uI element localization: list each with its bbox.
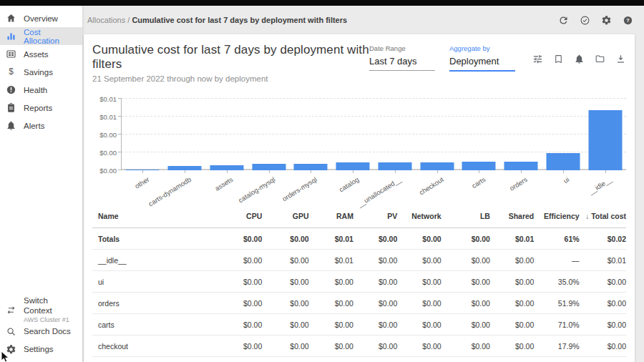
- sidebar: OverviewCost AllocationAssets$SavingsHea…: [0, 6, 82, 362]
- chart-slot-orders: orders: [500, 99, 542, 170]
- aggregate-by-label: Aggregate by: [449, 44, 515, 52]
- table-cell: $0.00: [353, 357, 397, 362]
- bar-unallocated[interactable]: [378, 162, 411, 170]
- aggregate-by-value[interactable]: Deployment: [449, 54, 515, 72]
- table-cell: $0.01: [490, 228, 534, 250]
- sidebar-item-reports[interactable]: Reports: [0, 99, 82, 117]
- table-cell: 61%: [534, 228, 579, 250]
- table-cell: $0.00: [262, 271, 308, 293]
- sidebar-item-assets[interactable]: Assets: [0, 45, 82, 63]
- sidebar-item-switch-context[interactable]: Switch ContextAWS Cluster #1: [0, 297, 82, 323]
- bell-icon[interactable]: [574, 54, 585, 64]
- column-header-ram[interactable]: RAM: [309, 205, 353, 228]
- column-header-gpu[interactable]: GPU: [262, 205, 308, 228]
- table-row-idle[interactable]: __idle__$0.00$0.00$0.01$0.00$0.00$0.00$0…: [92, 250, 626, 271]
- y-axis-label: $0.00: [92, 149, 117, 157]
- table-row-carts[interactable]: carts$0.00$0.00$0.00$0.00$0.00$0.00$0.00…: [92, 314, 626, 336]
- x-axis-tick: [142, 170, 143, 173]
- sidebar-item-search-docs[interactable]: Search Docs: [0, 323, 82, 341]
- column-header-total-cost[interactable]: ↓Total cost: [580, 205, 626, 228]
- x-axis-label: other: [133, 175, 150, 190]
- check-circle-icon[interactable]: [580, 15, 590, 26]
- help-icon[interactable]: ?: [623, 15, 633, 26]
- table-cell: $0.00: [580, 293, 626, 314]
- folder-icon[interactable]: [595, 54, 605, 64]
- x-axis-tick: [437, 170, 438, 173]
- health-icon: [6, 84, 16, 95]
- table-row-orders[interactable]: orders$0.00$0.00$0.00$0.00$0.00$0.00$0.0…: [92, 293, 626, 314]
- table-row-checkout[interactable]: checkout$0.00$0.00$0.00$0.00$0.00$0.00$0…: [92, 336, 626, 357]
- tune-icon[interactable]: [532, 54, 543, 64]
- y-axis-label: $0.00: [92, 167, 117, 175]
- dollar-icon: $: [6, 67, 16, 77]
- table-cell: $0.00: [262, 228, 308, 250]
- sidebar-item-overview[interactable]: Overview: [0, 9, 82, 27]
- table-row-totals[interactable]: Totals$0.00$0.00$0.01$0.00$0.00$0.00$0.0…: [92, 228, 626, 250]
- table-cell: $0.00: [441, 336, 490, 357]
- bookmark-icon[interactable]: [553, 54, 564, 64]
- date-range-field[interactable]: Date Range Last 7 days: [369, 44, 435, 71]
- column-header-network[interactable]: Network: [397, 205, 441, 228]
- table-cell: $0.00: [353, 314, 397, 336]
- breadcrumb-section[interactable]: Allocations: [87, 16, 125, 24]
- bar-ui[interactable]: [546, 153, 580, 170]
- x-axis-label: orders-mysql: [281, 175, 318, 202]
- x-axis-tick: [479, 170, 479, 173]
- table-cell: $0.00: [262, 250, 308, 271]
- chart-plot: othercarts-dynamodbassetscatalog-mysqlor…: [121, 99, 626, 170]
- bar-catalog-mysql[interactable]: [252, 164, 286, 170]
- x-axis-label: orders: [508, 175, 529, 192]
- table-cell: $0.00: [353, 293, 397, 314]
- table-cell: $0.00: [397, 293, 441, 314]
- bar-orders[interactable]: [504, 162, 538, 171]
- table-row-unallocated[interactable]: __unallocated__$0.00$0.00$0.00$0.00$0.00…: [92, 357, 626, 362]
- table-cell: $0.00: [490, 250, 534, 271]
- aggregate-by-field[interactable]: Aggregate by Deployment: [449, 44, 515, 72]
- column-header-cpu[interactable]: CPU: [215, 205, 262, 228]
- sidebar-item-text: Settings: [24, 344, 54, 354]
- column-header-efficiency[interactable]: Efficiency: [534, 205, 579, 228]
- sidebar-item-label: Overview: [24, 14, 58, 23]
- chart-slot-other: other: [122, 99, 164, 170]
- date-range-value[interactable]: Last 7 days: [369, 54, 435, 71]
- table-cell: $0.00: [262, 293, 308, 314]
- sidebar-item-health[interactable]: Health: [0, 81, 82, 99]
- breadcrumb-page: Cumulative cost for last 7 days by deplo…: [132, 16, 347, 24]
- sidebar-item-savings[interactable]: $Savings: [0, 63, 82, 81]
- control-icons: [532, 54, 626, 64]
- download-icon[interactable]: [615, 54, 626, 64]
- sidebar-item-alerts[interactable]: Alerts: [0, 117, 82, 134]
- bar-catalog[interactable]: [336, 162, 370, 170]
- table-cell: $0.00: [441, 228, 490, 250]
- bar-orders-mysql[interactable]: [294, 164, 328, 170]
- bar-checkout[interactable]: [420, 162, 454, 170]
- gear-icon[interactable]: [601, 15, 612, 26]
- table-row-ui[interactable]: ui$0.00$0.00$0.00$0.00$0.00$0.00$0.0035.…: [92, 271, 626, 293]
- table-cell: $0.00: [490, 357, 534, 362]
- bar-assets[interactable]: [210, 165, 243, 171]
- chart-slot-ui: ui: [542, 99, 585, 170]
- sidebar-item-cost-allocation[interactable]: Cost Allocation: [0, 27, 82, 45]
- sidebar-item-label: Savings: [24, 68, 53, 77]
- table-cell: 45.8%: [534, 357, 579, 362]
- bar-carts[interactable]: [462, 162, 496, 171]
- table-cell: $0.00: [397, 357, 441, 362]
- table-cell: $0.00: [215, 336, 262, 357]
- table-cell: $0.00: [490, 271, 534, 293]
- column-header-name[interactable]: Name: [92, 205, 215, 228]
- x-axis-label: __unallocated__: [356, 175, 403, 208]
- table-cell: 17.9%: [534, 336, 579, 357]
- table-cell: $0.00: [441, 250, 490, 271]
- chart-slot-catalog-mysql: catalog-mysql: [248, 99, 290, 170]
- table-cell: $0.00: [441, 314, 490, 336]
- table-cell: $0.00: [580, 336, 626, 357]
- column-header-lb[interactable]: LB: [441, 205, 490, 228]
- x-axis-label: assets: [214, 175, 235, 192]
- sidebar-item-settings[interactable]: Settings: [0, 341, 82, 358]
- home-icon: [6, 13, 16, 24]
- bar-idle[interactable]: [588, 110, 622, 170]
- table-cell: 35.0%: [534, 271, 579, 293]
- refresh-icon[interactable]: [558, 15, 569, 26]
- column-header-shared[interactable]: Shared: [490, 205, 534, 228]
- title-block: Cumulative cost for last 7 days by deplo…: [92, 43, 369, 83]
